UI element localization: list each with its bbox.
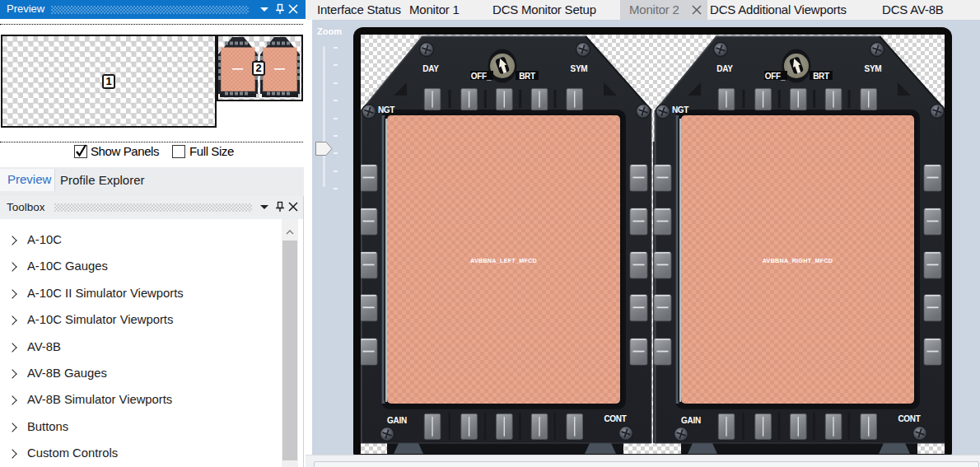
svg-text:AVBBNA_LEFT_MFCD: AVBBNA_LEFT_MFCD bbox=[470, 257, 537, 264]
svg-text:AVBBNA_RIGHT_MFCD: AVBBNA_RIGHT_MFCD bbox=[763, 257, 833, 264]
